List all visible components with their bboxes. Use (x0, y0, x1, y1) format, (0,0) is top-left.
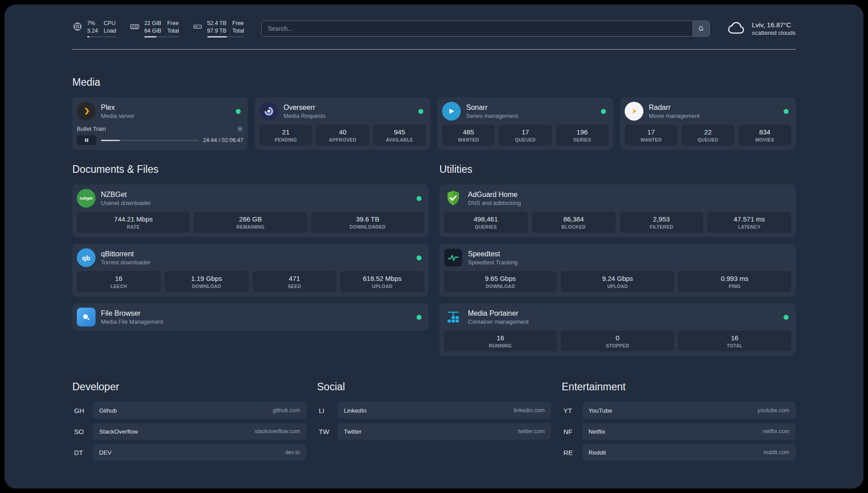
stat-tile: 9.65 GbpsDOWNLOAD (444, 271, 557, 292)
bookmark-domain: linkedin.com (514, 407, 545, 414)
qbittorrent-icon: qb (77, 248, 96, 267)
app-name: Plex (101, 104, 134, 112)
app-subtitle: DNS and adblocking (468, 200, 521, 206)
status-dot (417, 315, 421, 320)
section-title-developer: Developer (72, 381, 306, 393)
bookmark-domain: dev.to (285, 449, 300, 455)
bookmark-twitter[interactable]: TW Twitter twitter.com (317, 423, 551, 440)
resource-monitors: 7% 3.24 CPU Load (72, 20, 244, 38)
app-card-overseerr[interactable]: Overseerr Media Requests 21PENDING 40APP… (255, 97, 430, 150)
memory-labels: Free Total (167, 20, 179, 35)
portainer-icon (444, 308, 463, 326)
stat-tile: 1.19 GbpsDOWNLOAD (165, 271, 249, 292)
memory-values: 22 GiB 64 GiB (144, 20, 161, 35)
stat-tile: 86,384BLOCKED (532, 212, 616, 233)
stat-tile: 266 GBREMAINING (194, 212, 307, 233)
bookmark-name: Twitter (344, 428, 362, 435)
stat-tile: 196SERIES (556, 125, 609, 146)
bookmark-name: Reddit (588, 449, 606, 456)
bookmark-domain: stackoverflow.com (255, 428, 300, 435)
search-provider-button[interactable]: G (693, 21, 709, 36)
memory-total-value: 64 GiB (144, 27, 161, 34)
app-card-radarr[interactable]: Radarr Movie management 17WANTED 22QUEUE… (620, 97, 796, 150)
app-subtitle: Torrent downloader (101, 259, 150, 266)
bookmark-youtube[interactable]: YT YouTube youtube.com (562, 402, 796, 419)
app-name: Overseerr (284, 104, 326, 112)
pause-button[interactable] (77, 135, 96, 145)
status-dot (784, 109, 789, 114)
topbar-divider (72, 49, 796, 50)
app-name: AdGuard Home (468, 191, 521, 199)
stat-tile: 485WANTED (442, 125, 495, 146)
stat-tile: 40APPROVED (316, 125, 369, 146)
radarr-icon (625, 102, 643, 121)
stat-tile: 0STOPPED (561, 330, 674, 351)
stat-tile: 16LEECH (77, 271, 161, 292)
status-dot (601, 109, 606, 114)
plex-icon (77, 102, 96, 121)
bookmark-name: Netflix (588, 428, 605, 435)
filebrowser-icon (77, 308, 96, 326)
gear-icon[interactable] (237, 125, 243, 132)
stat-tile: 39.6 TBDOWNLOADED (311, 212, 424, 233)
disk-usage-bar (207, 36, 244, 38)
status-dot (417, 196, 421, 201)
app-card-plex[interactable]: Plex Media server Bullet Train (72, 97, 248, 150)
app-subtitle: Speedtest Tracking (468, 259, 517, 266)
bookmark-domain: youtube.com (757, 407, 789, 414)
bookmark-group-developer: Developer GH Github github.com SO StackO… (72, 381, 306, 461)
cpu-values: 7% 3.24 (87, 20, 98, 35)
top-bar: 7% 3.24 CPU Load (72, 18, 796, 39)
bookmark-linkedin[interactable]: LI LinkedIn linkedin.com (317, 402, 551, 419)
bookmark-abbr: SO (72, 428, 93, 435)
cpu-usage-bar (87, 36, 116, 38)
bookmark-abbr: NF (562, 428, 582, 435)
bookmark-github[interactable]: GH Github github.com (72, 402, 306, 419)
app-subtitle: Container management (468, 318, 529, 325)
app-card-adguard[interactable]: AdGuard Home DNS and adblocking 498,461Q… (439, 184, 796, 237)
section-title-social: Social (317, 381, 551, 393)
status-dot (418, 109, 423, 114)
search-input[interactable] (261, 21, 710, 37)
bookmark-reddit[interactable]: RE Reddit reddit.com (562, 444, 796, 461)
bookmark-abbr: LI (317, 407, 338, 414)
bookmark-stackoverflow[interactable]: SO StackOverflow stackoverflow.com (72, 423, 306, 440)
dashboard-panel: 7% 3.24 CPU Load (4, 4, 864, 489)
memory-usage-bar (144, 36, 179, 38)
playback-progress-bar[interactable] (101, 140, 199, 141)
bookmark-dev[interactable]: DT DEV dev.to (72, 444, 306, 461)
section-title-utilities: Utilities (439, 163, 796, 175)
stat-tile: 2,953FILTERED (620, 212, 704, 233)
disk-values: 52.4 TB 97.9 TB (207, 20, 227, 35)
bookmark-abbr: DT (72, 449, 93, 456)
cpu-load-value: 3.24 (87, 27, 98, 34)
bookmark-netflix[interactable]: NF Netflix netflix.com (562, 423, 796, 440)
app-card-sonarr[interactable]: Sonarr Series management 485WANTED 17QUE… (438, 97, 613, 150)
app-subtitle: Media Requests (284, 113, 326, 119)
section-title-media: Media (72, 76, 796, 88)
adguard-icon (444, 189, 463, 208)
app-name: Sonarr (466, 104, 518, 112)
section-media: Media Plex Media server (72, 76, 796, 150)
stat-tile: 9.24 GbpsUPLOAD (561, 271, 674, 292)
cpu-usage-value: 7% (87, 20, 98, 27)
bookmark-domain: github.com (273, 407, 300, 414)
stat-tile: 21PENDING (259, 125, 312, 146)
stat-tile: 744.21 MbpsRATE (77, 212, 190, 233)
app-card-qbittorrent[interactable]: qb qBittorrent Torrent downloader 16LEEC… (72, 244, 429, 297)
app-subtitle: Usenet downloader (101, 200, 151, 206)
app-card-filebrowser[interactable]: File Browser Media File Management (72, 303, 429, 331)
bookmark-name: LinkedIn (344, 407, 367, 414)
app-card-nzbget[interactable]: nzbget NZBGet Usenet downloader 744.21 M… (72, 184, 429, 237)
app-card-speedtest[interactable]: Speedtest Speedtest Tracking 9.65 GbpsDO… (439, 244, 796, 297)
load-label: Load (104, 27, 116, 34)
section-title-documents: Documents & Files (72, 163, 429, 175)
plex-now-playing: Bullet Train (77, 125, 243, 145)
bookmark-abbr: YT (562, 407, 582, 414)
app-card-portainer[interactable]: Media Portainer Container management 16R… (439, 303, 796, 356)
speedtest-icon (444, 248, 463, 267)
cpu-icon (72, 21, 83, 32)
weather-condition: scattered clouds (752, 29, 796, 36)
stat-tile: 471SEED (253, 271, 337, 292)
sonarr-icon (442, 102, 461, 121)
